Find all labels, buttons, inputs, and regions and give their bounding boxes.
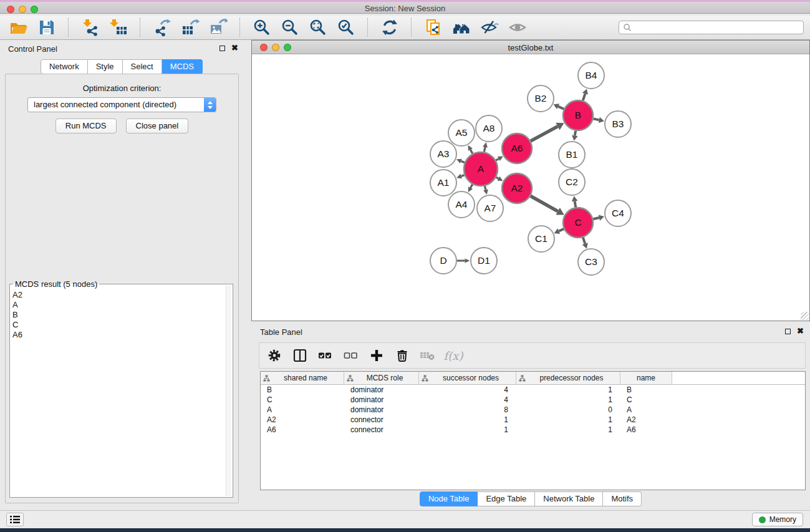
- column-header-shared-name[interactable]: shared name: [261, 372, 344, 385]
- header-filler: [672, 372, 805, 385]
- graph-edge[interactable]: [593, 218, 599, 219]
- tab-network[interactable]: Network: [41, 59, 88, 74]
- close-panel-icon[interactable]: ✖: [231, 45, 238, 51]
- table-cell: dominator: [344, 385, 419, 394]
- column-type-icon: [347, 375, 354, 382]
- clone-network-icon[interactable]: [423, 17, 443, 37]
- graph-node-label: D1: [478, 255, 490, 266]
- table-cell: 1: [419, 425, 516, 434]
- network-canvas[interactable]: B4B2BB3A8A5A6A3B1AC2A1A2A4A7C4CC1DD1C3: [252, 55, 809, 321]
- graph-edge[interactable]: [559, 229, 564, 231]
- graph-edge[interactable]: [485, 186, 485, 190]
- table-row[interactable]: Adominator80A: [261, 405, 805, 415]
- graph-edge[interactable]: [583, 238, 585, 244]
- graph-edge[interactable]: [558, 107, 564, 109]
- column-header-name[interactable]: name: [620, 372, 672, 385]
- unselect-all-columns-icon[interactable]: [343, 347, 359, 364]
- tab-motifs[interactable]: Motifs: [603, 491, 642, 506]
- table-cell: dominator: [344, 405, 419, 414]
- network-graph: B4B2BB3A8A5A6A3B1AC2A1A2A4A7C4CC1DD1C3: [252, 55, 809, 321]
- split-columns-icon[interactable]: [292, 347, 308, 364]
- graph-node-label: D: [440, 255, 446, 266]
- graph-edge[interactable]: [461, 175, 465, 177]
- table-row[interactable]: A2connector11A2: [261, 415, 805, 425]
- close-table-panel-icon[interactable]: ✖: [797, 328, 804, 334]
- graph-edge[interactable]: [531, 127, 557, 141]
- node-table: shared name MCDS role successor nodes pr…: [260, 371, 806, 490]
- mcds-result-item[interactable]: A: [12, 300, 224, 310]
- memory-button[interactable]: Memory: [752, 513, 803, 526]
- graph-edge[interactable]: [496, 159, 499, 161]
- tab-select[interactable]: Select: [123, 59, 162, 74]
- function-builder-icon: f(x): [445, 347, 461, 364]
- mcds-result-item[interactable]: A6: [12, 330, 224, 340]
- graph-node-label: B2: [535, 93, 547, 104]
- graph-edge-arrowhead: [483, 142, 488, 148]
- zoom-fit-icon[interactable]: [308, 17, 328, 37]
- graph-edge[interactable]: [461, 161, 465, 162]
- graph-node-label: A6: [511, 143, 523, 153]
- tab-style[interactable]: Style: [88, 59, 123, 74]
- delete-rows-icon[interactable]: [394, 347, 410, 364]
- graph-edge[interactable]: [470, 150, 472, 153]
- graph-edge-arrowhead: [465, 258, 470, 263]
- criterion-selected-value: largest connected component (directed): [34, 100, 176, 109]
- graph-edge[interactable]: [593, 118, 599, 120]
- network-window-titlebar[interactable]: testGlobe.txt: [252, 41, 809, 54]
- graph-node-label: A2: [511, 183, 523, 193]
- optimization-criterion-select[interactable]: largest connected component (directed): [27, 97, 216, 112]
- export-image-icon[interactable]: [208, 17, 228, 37]
- save-session-icon[interactable]: [37, 17, 57, 37]
- column-header-predecessor-nodes[interactable]: predecessor nodes: [516, 372, 620, 385]
- hide-graphics-details-icon[interactable]: [480, 17, 499, 37]
- graph-node-label: A7: [485, 203, 496, 213]
- tab-network-table[interactable]: Network Table: [535, 491, 603, 506]
- column-header-mcds-role[interactable]: MCDS role: [344, 372, 419, 385]
- node-table-body: Bdominator41BCdominator41CAdominator80AA…: [261, 385, 805, 435]
- float-table-panel-icon[interactable]: [785, 329, 791, 334]
- graph-edge[interactable]: [583, 94, 586, 100]
- result-scrollbar[interactable]: [226, 286, 231, 496]
- zoom-out-icon[interactable]: [280, 17, 300, 37]
- float-panel-icon[interactable]: [219, 46, 225, 51]
- tab-mcds[interactable]: MCDS: [162, 59, 203, 74]
- add-row-icon[interactable]: [369, 347, 385, 364]
- table-row[interactable]: A6connector11A6: [261, 425, 805, 435]
- graph-edge[interactable]: [471, 185, 473, 188]
- graph-edge[interactable]: [484, 147, 485, 152]
- mcds-result-item[interactable]: C: [12, 320, 224, 330]
- mcds-result-item[interactable]: B: [12, 310, 224, 320]
- table-row[interactable]: Cdominator41C: [261, 395, 805, 405]
- run-mcds-button[interactable]: Run MCDS: [55, 118, 117, 133]
- graph-edge-arrowhead: [572, 135, 577, 141]
- graph-edge[interactable]: [575, 131, 576, 136]
- table-settings-icon[interactable]: [266, 347, 282, 364]
- select-all-columns-icon[interactable]: [317, 347, 334, 364]
- zoom-selected-icon[interactable]: [336, 17, 356, 37]
- graph-edge[interactable]: [531, 196, 558, 211]
- table-cell: 4: [419, 395, 516, 404]
- show-graphics-details-icon[interactable]: [508, 17, 528, 37]
- import-table-icon[interactable]: [108, 17, 128, 37]
- import-network-icon[interactable]: [80, 17, 100, 37]
- resize-grip[interactable]: [801, 312, 809, 320]
- close-panel-button[interactable]: Close panel: [126, 118, 189, 133]
- network-overview-icon[interactable]: [451, 17, 471, 37]
- graph-edge[interactable]: [496, 177, 499, 178]
- tab-node-table[interactable]: Node Table: [420, 491, 478, 506]
- table-cell: A: [261, 405, 344, 414]
- apply-layout-icon[interactable]: [380, 17, 400, 37]
- zoom-in-icon[interactable]: [252, 17, 272, 37]
- tab-edge-table[interactable]: Edge Table: [478, 491, 535, 506]
- table-cell: dominator: [344, 395, 419, 404]
- graph-edge[interactable]: [575, 201, 576, 208]
- show-panels-button[interactable]: [6, 513, 24, 526]
- mcds-result-item[interactable]: A2: [12, 290, 224, 300]
- export-network-icon[interactable]: [152, 17, 172, 37]
- search-input[interactable]: [634, 22, 799, 32]
- table-row[interactable]: Bdominator41B: [261, 385, 805, 395]
- column-header-successor-nodes[interactable]: successor nodes: [419, 372, 516, 385]
- export-table-icon[interactable]: [180, 17, 200, 37]
- open-session-icon[interactable]: [9, 17, 29, 37]
- control-panel: Control Panel ✖ Network Style Select MCD…: [0, 40, 243, 506]
